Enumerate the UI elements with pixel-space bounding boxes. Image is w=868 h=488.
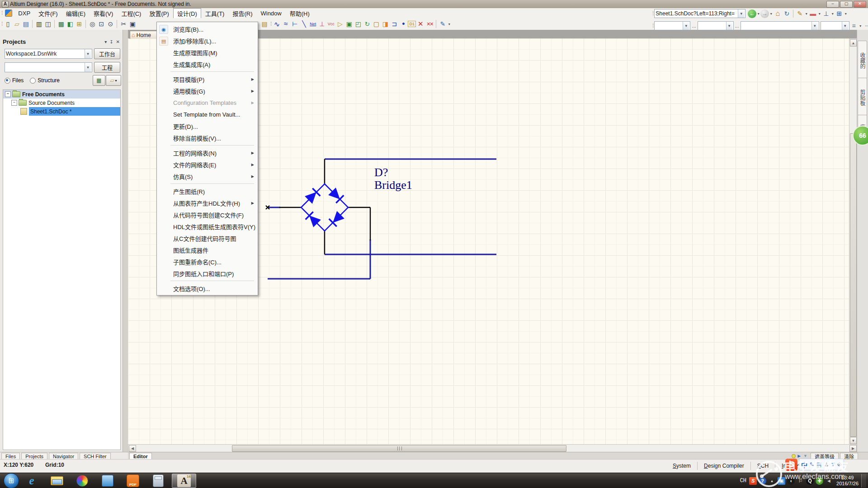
sheet-entry-icon[interactable]: ◨ <box>381 19 390 28</box>
forward-button[interactable]: → <box>760 9 769 18</box>
tray-shield-icon[interactable]: ✚ <box>816 477 823 485</box>
junction-icon[interactable]: • <box>399 19 408 28</box>
minimize-button[interactable]: – <box>826 1 839 8</box>
menu-item-rename-child-sheet[interactable]: 子图重新命名(C)... <box>157 256 258 267</box>
zoom-document-icon[interactable]: ◎ <box>88 19 97 28</box>
menu-tools[interactable]: 工具(T) <box>201 8 229 19</box>
save-document-icon[interactable]: ▤ <box>21 19 30 28</box>
menu-item-synchronize-sheet-entries[interactable]: 同步图纸入口和端口(P) <box>157 267 258 279</box>
no-erc-multiple-icon[interactable]: ✕✕ <box>425 19 434 28</box>
browse-library-icon[interactable]: ▩ <box>57 19 66 28</box>
back-dropdown-icon[interactable]: ▾ <box>756 12 760 16</box>
tray-qq-icon[interactable]: Q <box>806 477 814 485</box>
alignment-dropdown-icon[interactable]: ▾ <box>817 12 821 16</box>
tray-speaker-icon[interactable]: ◄ <box>825 477 833 485</box>
ime-user-icon[interactable]: ♟ <box>824 461 829 468</box>
library-chip-button[interactable]: ▩ <box>93 75 105 86</box>
print-preview-icon[interactable]: ◫ <box>43 19 52 28</box>
home-button[interactable]: ⌂ <box>773 9 782 18</box>
menu-item-create-hdl-from-symbol[interactable]: 从图表符产生HDL文件(H)▶ <box>157 197 258 209</box>
taskbar-media-icon[interactable] <box>71 474 94 488</box>
collapse-icon[interactable]: − <box>11 100 17 106</box>
menu-item-create-component-from-sheet[interactable]: 图纸生成器件 <box>157 244 258 256</box>
menu-item-create-code-symbol-from-c[interactable]: 从C文件创建代码符号图 <box>157 232 258 244</box>
maximize-button[interactable]: ▢ <box>840 1 853 8</box>
scroll-up-icon[interactable]: ▲ <box>850 39 857 47</box>
show-desktop-button[interactable] <box>861 474 866 488</box>
tab-editor[interactable]: Editor <box>129 453 152 460</box>
tab-files[interactable]: Files <box>1 453 20 460</box>
grid-tool-icon[interactable]: ⊞ <box>835 9 844 18</box>
tab-navigator[interactable]: Navigator <box>49 453 78 460</box>
menu-item-add-remove-library[interactable]: ▤ 添加/移除库(L)... <box>157 35 258 47</box>
system-panels-button[interactable]: System <box>668 463 695 469</box>
tree-row-free-documents[interactable]: − Free Documents <box>3 90 120 99</box>
place-part-icon[interactable]: ▣ <box>344 19 354 28</box>
taskbar-ie-icon[interactable]: e <box>20 474 43 488</box>
tab-projects[interactable]: Projects <box>21 453 47 460</box>
menu-project[interactable]: 工程(C) <box>117 8 145 19</box>
menu-item-create-sheet[interactable]: 产生图纸(R) <box>157 185 258 197</box>
dropdown-icon[interactable]: ▾ <box>726 22 732 30</box>
tray-sogou-icon[interactable]: S <box>749 477 757 485</box>
format-combobox-4[interactable]: ▾ <box>821 21 849 30</box>
place-bus-entry-icon[interactable]: ⊢ <box>290 19 299 28</box>
drawing-tools-dropdown-icon[interactable]: ▾ <box>447 22 451 26</box>
ime-keyboard-icon[interactable]: ▤ <box>816 461 821 468</box>
tray-clock[interactable]: 13:49 2016/7/26 <box>836 475 859 487</box>
format-combobox-1[interactable]: ▾ <box>654 21 690 30</box>
place-line-icon[interactable]: ╲ <box>299 19 308 28</box>
alignment-tool-icon[interactable]: ▬ <box>808 9 817 18</box>
design-compiler-panels-button[interactable]: Design Compiler <box>699 463 749 469</box>
menu-help[interactable]: 帮助(H) <box>286 8 314 19</box>
place-wire-icon[interactable]: ∿ <box>272 19 281 28</box>
format-combobox-3[interactable]: ▾ <box>741 21 819 30</box>
menu-window[interactable]: Window <box>256 9 285 18</box>
taskbar-calculator-icon[interactable] <box>146 474 170 488</box>
component-designator[interactable]: D? <box>374 166 388 179</box>
scroll-down-icon[interactable]: ▼ <box>850 437 857 444</box>
menu-item-create-c-file[interactable]: 从代码符号图创建C文件(F) <box>157 209 258 221</box>
menu-item-remove-current-template[interactable]: 移除当前模板(V)... <box>157 132 258 144</box>
tree-row-sheet1[interactable]: Sheet1.SchDoc * <box>3 107 120 116</box>
copy-icon[interactable]: ▣ <box>128 19 137 28</box>
parameter-set-icon[interactable]: D1 <box>408 21 416 27</box>
open-project-button[interactable]: ▱ ▾ <box>106 75 121 86</box>
tray-cube-icon[interactable]: ▣ <box>778 477 785 485</box>
tab-sch-filter[interactable]: SCH Filter <box>80 453 111 460</box>
put-part-icon[interactable]: ◧ <box>66 19 75 28</box>
panel-pin-icon[interactable]: ↧ <box>109 39 113 44</box>
ellipsis-button[interactable]: ... <box>735 23 739 28</box>
menu-item-document-options[interactable]: 文档选项(O)... <box>157 282 258 294</box>
harness-connector-icon[interactable]: ⊐ <box>390 19 399 28</box>
net-label-icon[interactable]: Net <box>308 19 317 28</box>
print-icon[interactable]: ▥ <box>34 19 43 28</box>
taskbar-altium-icon[interactable]: A 16 <box>172 474 196 488</box>
utilities-dropdown-icon[interactable]: ▾ <box>804 12 808 16</box>
ellipsis-button[interactable]: ... <box>692 23 696 28</box>
utilities-tool-icon[interactable]: ✎ <box>795 9 804 18</box>
zoom-area-icon[interactable]: ⊡ <box>97 19 106 28</box>
tray-dish-icon[interactable]: ◖ <box>787 477 795 485</box>
menu-view[interactable]: 察看(V) <box>90 8 117 19</box>
scroll-left-icon[interactable]: ◀ <box>129 445 136 452</box>
vcc-power-port-icon[interactable]: Vcc <box>326 19 335 28</box>
new-document-icon[interactable]: ▯ <box>3 19 12 28</box>
place-bus-icon[interactable]: ≈ <box>281 19 290 28</box>
panel-close-icon[interactable]: ✕ <box>116 39 120 44</box>
menu-item-general-templates[interactable]: 通用模版(G)▶ <box>157 85 258 97</box>
workspace-button[interactable]: 工作台 <box>94 48 120 59</box>
dropdown-icon[interactable]: ▾ <box>842 22 848 30</box>
component-comment[interactable]: Bridge1 <box>374 178 412 192</box>
menu-design[interactable]: 设计(D) <box>173 8 201 19</box>
tab-clipboard[interactable]: 剪贴板 <box>858 78 867 117</box>
gnd-power-port-icon[interactable]: ⊥ <box>317 19 326 28</box>
ime-chinese-mode-icon[interactable]: 中 <box>801 460 807 469</box>
structure-radio[interactable] <box>30 78 36 84</box>
tray-language-indicator[interactable]: CH <box>740 478 746 484</box>
place-sheet-symbol-icon[interactable]: ◰ <box>354 19 363 28</box>
refresh-button[interactable]: ↻ <box>782 9 791 18</box>
menu-reports[interactable]: 报告(R) <box>228 8 256 19</box>
open-sheets-icon[interactable]: ⊞ <box>75 19 84 28</box>
ime-pen-icon[interactable]: ✎ <box>810 461 814 468</box>
